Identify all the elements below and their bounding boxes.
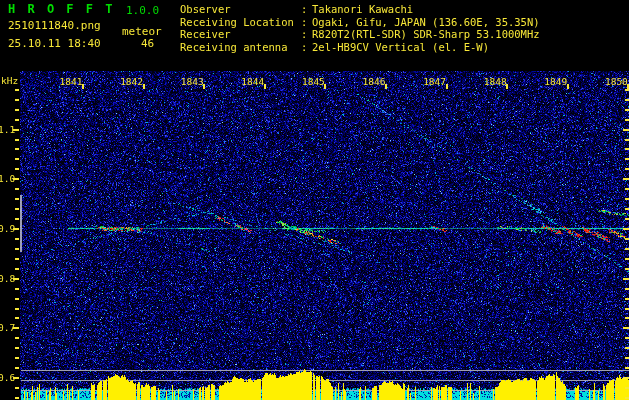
info-row-label: Receiver <box>180 28 301 41</box>
info-row: Receiving Location:Ogaki, Gifu, JAPAN (1… <box>180 16 540 29</box>
spectrogram-canvas <box>0 0 629 400</box>
info-row-label: Receiving Location <box>180 16 301 29</box>
info-row-label: Observer <box>180 3 301 16</box>
time-tick-label: 1842 <box>119 76 145 87</box>
time-tick-label: 1845 <box>300 76 326 87</box>
time-tick-label: 1848 <box>482 76 508 87</box>
app-title: H R O F F T <box>8 2 115 16</box>
freq-tick-label: 0.9 <box>0 223 14 234</box>
time-tick-label: 1841 <box>58 76 84 87</box>
freq-tick-label: 1.0 <box>0 173 14 184</box>
info-row-colon: : <box>301 16 312 29</box>
info-row: Receiving antenna:2el-HB9CV Vertical (el… <box>180 41 540 54</box>
station-info-block: Observer:Takanori KawachiReceiving Locat… <box>180 3 540 53</box>
info-row-colon: : <box>301 28 312 41</box>
freq-tick-label: 0.7 <box>0 322 14 333</box>
freq-tick-label: 0.6 <box>0 372 14 383</box>
info-row-colon: : <box>301 3 312 16</box>
info-row-label: Receiving antenna <box>180 41 301 54</box>
info-row-value: R820T2(RTL-SDR) SDR-Sharp 53.1000MHz <box>312 28 540 41</box>
info-row-value: 2el-HB9CV Vertical (el. E-W) <box>312 41 489 54</box>
observation-datetime: 25.10.11 18:40 <box>8 37 101 50</box>
time-tick-label: 1843 <box>179 76 205 87</box>
info-row-value: Takanori Kawachi <box>312 3 413 16</box>
info-row-colon: : <box>301 41 312 54</box>
info-row-value: Ogaki, Gifu, JAPAN (136.60E, 35.35N) <box>312 16 540 29</box>
freq-tick-label: 0.8 <box>0 273 14 284</box>
time-tick-label: 1847 <box>422 76 448 87</box>
time-tick-label: 1850 <box>603 76 629 87</box>
info-row: Receiver:R820T2(RTL-SDR) SDR-Sharp 53.10… <box>180 28 540 41</box>
freq-axis-unit: kHz <box>1 75 18 86</box>
output-filename: 2510111840.png <box>8 19 101 32</box>
time-tick-label: 1844 <box>240 76 266 87</box>
freq-tick-label: 1.1 <box>0 124 14 135</box>
time-tick-label: 1846 <box>361 76 387 87</box>
echo-count: 46 <box>141 37 154 50</box>
app-version: 1.0.0 <box>126 4 159 17</box>
hrofft-window: H R O F F T 1.0.0 2510111840.png meteor … <box>0 0 629 400</box>
info-row: Observer:Takanori Kawachi <box>180 3 540 16</box>
time-tick-label: 1849 <box>543 76 569 87</box>
